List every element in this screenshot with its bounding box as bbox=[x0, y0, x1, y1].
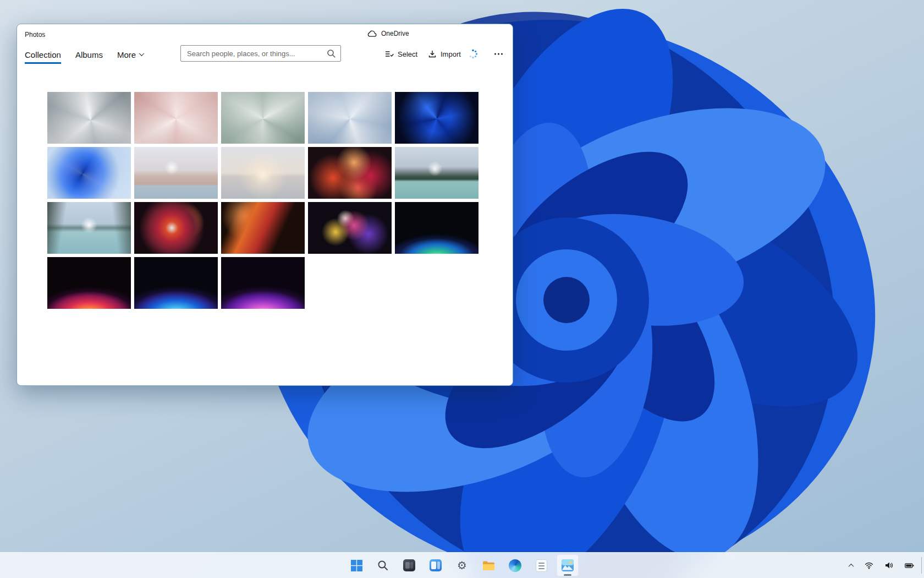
photo-thumbnail-lake-morning[interactable] bbox=[47, 202, 131, 254]
toolbar: Collection Albums More bbox=[17, 44, 513, 64]
see-more-button[interactable] bbox=[493, 50, 504, 58]
import-button[interactable]: Import bbox=[428, 50, 461, 58]
chevron-up-icon bbox=[849, 563, 854, 569]
photo-thumbnail-desert-dunes[interactable] bbox=[134, 147, 218, 199]
edge-button[interactable] bbox=[504, 554, 526, 576]
photo-thumbnail-glow-crescent-green[interactable] bbox=[395, 202, 479, 254]
photo-thumbnail-glow-crescent-blue[interactable] bbox=[134, 257, 218, 309]
photo-thumbnail-abstract-dark-shapes[interactable] bbox=[308, 202, 392, 254]
settings-button[interactable]: ⚙ bbox=[451, 554, 473, 576]
taskbar-search-button[interactable] bbox=[372, 554, 394, 576]
onedrive-label: OneDrive bbox=[381, 30, 409, 37]
import-icon bbox=[428, 50, 437, 58]
see-more-icon bbox=[494, 53, 496, 55]
battery-status[interactable] bbox=[903, 560, 916, 571]
document-icon bbox=[536, 559, 547, 572]
tab-albums[interactable]: Albums bbox=[75, 50, 103, 64]
network-status[interactable] bbox=[862, 559, 876, 571]
desktop: Photos OneDrive Collection Albums More bbox=[0, 0, 924, 578]
taskbar: ⚙ bbox=[0, 552, 924, 578]
photo-thumbnail-abstract-red-spiral[interactable] bbox=[134, 202, 218, 254]
battery-icon bbox=[905, 562, 914, 569]
photo-thumbnail-mountain-lake[interactable] bbox=[395, 147, 479, 199]
tab-collection[interactable]: Collection bbox=[25, 50, 61, 64]
search-icon bbox=[377, 560, 388, 571]
start-button[interactable] bbox=[345, 554, 367, 576]
tab-more[interactable]: More bbox=[117, 50, 144, 64]
folder-icon bbox=[482, 560, 495, 571]
import-label: Import bbox=[441, 50, 461, 58]
search-icon[interactable] bbox=[327, 49, 336, 58]
photo-thumbnail-bloom-sage[interactable] bbox=[221, 92, 305, 144]
photo-thumbnail-abstract-orange-ribbons[interactable] bbox=[221, 202, 305, 254]
select-icon bbox=[384, 50, 394, 58]
onedrive-status[interactable]: OneDrive bbox=[367, 30, 409, 37]
active-app-indicator bbox=[564, 574, 571, 576]
taskbar-center: ⚙ bbox=[345, 554, 579, 576]
photo-thumbnail-bloom-ice-blue[interactable] bbox=[308, 92, 392, 144]
titlebar[interactable]: Photos OneDrive bbox=[17, 24, 513, 44]
system-tray bbox=[847, 553, 916, 578]
gear-icon: ⚙ bbox=[457, 560, 467, 571]
wifi-icon bbox=[865, 561, 873, 569]
tab-strip: Collection Albums More bbox=[25, 50, 144, 64]
photos-app-icon bbox=[562, 559, 574, 571]
photo-grid bbox=[47, 92, 479, 309]
photo-thumbnail-glow-crescent-orange[interactable] bbox=[47, 257, 131, 309]
photo-thumbnail-abstract-coral-swirl[interactable] bbox=[308, 147, 392, 199]
photo-thumbnail-lake-sunrise[interactable] bbox=[221, 147, 305, 199]
windows-logo-icon bbox=[351, 560, 362, 571]
app-title: Photos bbox=[25, 31, 45, 39]
photo-thumbnail-glow-crescent-purple[interactable] bbox=[221, 257, 305, 309]
photo-thumbnail-bloom-silver[interactable] bbox=[47, 92, 131, 144]
file-explorer-button[interactable] bbox=[477, 554, 499, 576]
volume-control[interactable] bbox=[883, 559, 895, 571]
select-label: Select bbox=[398, 50, 417, 58]
photo-thumbnail-bloom-royal-blue[interactable] bbox=[395, 92, 479, 144]
loading-spinner-icon bbox=[468, 49, 478, 59]
task-view-icon bbox=[403, 559, 415, 571]
task-view-button[interactable] bbox=[398, 554, 420, 576]
search-box bbox=[180, 45, 341, 62]
chevron-down-icon bbox=[139, 51, 145, 56]
photos-app-button[interactable] bbox=[557, 554, 579, 576]
photo-thumbnail-bloom-blue-sky[interactable] bbox=[47, 147, 131, 199]
search-input[interactable] bbox=[181, 46, 340, 61]
cloud-icon bbox=[367, 30, 377, 37]
edge-icon bbox=[509, 559, 521, 572]
show-desktop-button[interactable] bbox=[921, 557, 924, 574]
notepad-button[interactable] bbox=[530, 554, 552, 576]
speaker-icon bbox=[885, 561, 893, 569]
widgets-icon bbox=[430, 559, 442, 571]
photos-app-window: Photos OneDrive Collection Albums More bbox=[16, 24, 513, 386]
select-button[interactable]: Select bbox=[384, 50, 417, 58]
photo-thumbnail-bloom-pink[interactable] bbox=[134, 92, 218, 144]
widgets-button[interactable] bbox=[425, 554, 447, 576]
tray-chevron-up-button[interactable] bbox=[847, 561, 855, 570]
